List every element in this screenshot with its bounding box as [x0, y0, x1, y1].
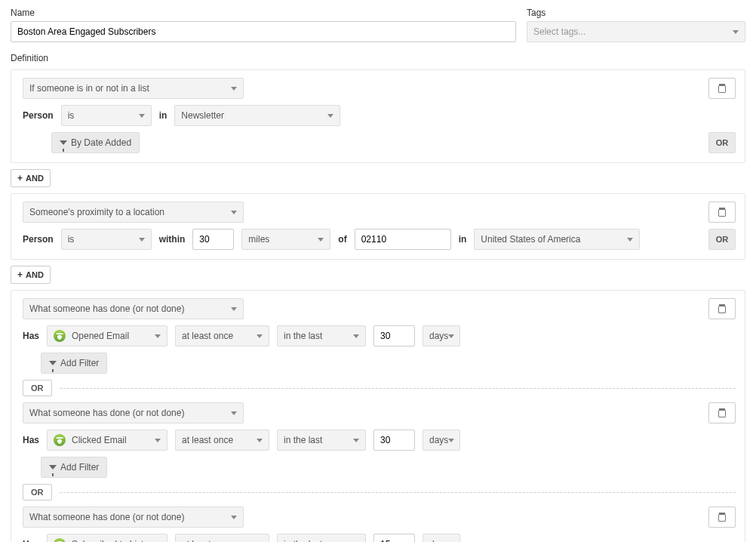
sub-condition-1: What someone has done (or not done) Has …: [23, 298, 736, 374]
or-divider: OR: [23, 380, 736, 396]
chevron-down-icon: [231, 307, 237, 311]
list-select[interactable]: Newsletter: [174, 105, 340, 126]
chevron-down-icon: [327, 114, 333, 118]
window-text: in the last: [284, 435, 322, 445]
or-button[interactable]: OR: [708, 229, 736, 250]
event-select[interactable]: Opened Email: [47, 325, 167, 346]
window-select[interactable]: in the last: [277, 430, 366, 451]
unit-select[interactable]: miles: [241, 229, 330, 250]
add-and-button[interactable]: + AND: [11, 169, 51, 187]
in-label: in: [459, 234, 467, 245]
condition-type-text: Someone's proximity to a location: [29, 207, 164, 217]
filter-icon: [49, 465, 57, 470]
delete-sub-button[interactable]: [708, 507, 736, 528]
add-and-button[interactable]: + AND: [11, 266, 51, 284]
delete-sub-button[interactable]: [708, 402, 736, 423]
add-filter-text: Add Filter: [60, 358, 99, 368]
frequency-select[interactable]: at least once: [175, 534, 269, 542]
window-select[interactable]: in the last: [277, 325, 366, 346]
frequency-select[interactable]: at least once: [175, 430, 269, 451]
or-button[interactable]: OR: [708, 132, 736, 153]
window-unit-select[interactable]: days: [423, 325, 460, 346]
tags-label: Tags: [527, 8, 745, 18]
window-unit-text: days: [429, 331, 448, 341]
filter-icon: [60, 140, 67, 145]
chevron-down-icon: [155, 334, 161, 338]
brand-icon: [54, 330, 66, 342]
delete-block-button[interactable]: [708, 78, 736, 99]
zip-input[interactable]: [355, 229, 451, 250]
chevron-down-icon: [448, 439, 454, 442]
event-text: Subscribed to List: [72, 539, 149, 542]
definition-section: Definition If someone is in or not in a …: [11, 53, 745, 542]
frequency-select[interactable]: at least once: [175, 325, 269, 346]
event-select[interactable]: Clicked Email: [47, 430, 167, 451]
chevron-down-icon: [231, 211, 237, 214]
country-select[interactable]: United States of America: [474, 229, 640, 250]
has-label: Has: [23, 435, 39, 445]
window-value-input[interactable]: [373, 430, 415, 451]
chevron-down-icon: [257, 334, 263, 338]
event-text: Opened Email: [72, 331, 149, 341]
delete-block-button[interactable]: [708, 202, 736, 223]
distance-input[interactable]: [192, 229, 234, 250]
chevron-down-icon: [627, 238, 633, 242]
chevron-down-icon: [139, 114, 145, 118]
window-select[interactable]: in the last: [277, 534, 366, 542]
chevron-down-icon: [448, 334, 454, 338]
window-text: in the last: [284, 331, 322, 341]
tags-placeholder: Select tags...: [533, 26, 585, 37]
frequency-text: at least once: [182, 331, 233, 341]
chevron-down-icon: [231, 516, 237, 519]
condition-block-3: What someone has done (or not done) Has …: [11, 290, 745, 542]
condition-type-text: What someone has done (or not done): [29, 512, 184, 522]
chevron-down-icon: [318, 238, 324, 242]
delete-sub-button[interactable]: [708, 298, 736, 319]
chevron-down-icon: [231, 87, 237, 91]
condition-type-text: What someone has done (or not done): [29, 408, 184, 418]
or-chip[interactable]: OR: [23, 380, 52, 396]
window-value-input[interactable]: [373, 325, 415, 346]
frequency-text: at least once: [182, 539, 233, 542]
or-chip[interactable]: OR: [23, 484, 52, 500]
brand-icon: [54, 434, 66, 446]
window-unit-text: days: [429, 435, 448, 445]
person-op-select[interactable]: is: [61, 105, 152, 126]
filter-icon: [49, 361, 57, 365]
person-label: Person: [23, 234, 54, 245]
brand-icon: [54, 538, 66, 542]
condition-type-select[interactable]: Someone's proximity to a location: [23, 202, 244, 223]
event-select[interactable]: Subscribed to List: [47, 534, 167, 542]
name-input[interactable]: [11, 21, 516, 42]
add-filter-button[interactable]: Add Filter: [41, 457, 107, 478]
condition-type-select[interactable]: What someone has done (or not done): [23, 507, 244, 528]
chevron-down-icon: [257, 439, 263, 442]
condition-type-select[interactable]: If someone is in or not in a list: [23, 78, 244, 99]
chevron-down-icon: [733, 30, 739, 34]
add-filter-button[interactable]: Add Filter: [41, 353, 107, 374]
window-unit-select[interactable]: days: [423, 534, 460, 542]
unit-text: miles: [248, 234, 269, 245]
condition-block-2: Someone's proximity to a location Person…: [11, 193, 745, 260]
trash-icon: [718, 304, 726, 313]
tags-select[interactable]: Select tags...: [527, 21, 745, 42]
condition-type-select[interactable]: What someone has done (or not done): [23, 298, 244, 319]
or-divider: OR: [23, 484, 736, 500]
dash-line: [60, 388, 736, 389]
person-op-select[interactable]: is: [61, 229, 152, 250]
definition-label: Definition: [11, 53, 745, 63]
condition-type-select[interactable]: What someone has done (or not done): [23, 402, 244, 423]
condition-type-text: If someone is in or not in a list: [29, 83, 149, 94]
person-op-text: is: [68, 234, 75, 245]
window-text: in the last: [284, 539, 322, 542]
window-unit-text: days: [429, 539, 448, 542]
has-label: Has: [23, 331, 39, 341]
trash-icon: [718, 84, 726, 93]
window-unit-select[interactable]: days: [423, 430, 460, 451]
window-value-input[interactable]: [373, 534, 415, 542]
condition-type-text: What someone has done (or not done): [29, 303, 184, 314]
by-date-added-button[interactable]: By Date Added: [51, 132, 140, 153]
chevron-down-icon: [231, 411, 237, 415]
trash-icon: [718, 513, 726, 522]
sub-condition-3: What someone has done (or not done) Has …: [23, 507, 736, 542]
